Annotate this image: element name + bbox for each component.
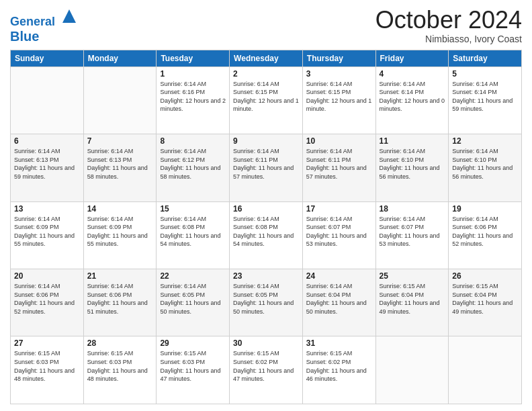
day-number: 26 bbox=[452, 271, 518, 281]
day-cell: 26Sunrise: 6:15 AM Sunset: 6:04 PM Dayli… bbox=[449, 269, 522, 336]
logo-general: General bbox=[10, 15, 55, 28]
day-info: Sunrise: 6:14 AM Sunset: 6:11 PM Dayligh… bbox=[233, 147, 299, 181]
day-cell: 30Sunrise: 6:15 AM Sunset: 6:02 PM Dayli… bbox=[230, 336, 303, 404]
calendar-header-row: SundayMondayTuesdayWednesdayThursdayFrid… bbox=[11, 50, 522, 66]
day-number: 23 bbox=[233, 271, 299, 281]
day-info: Sunrise: 6:15 AM Sunset: 6:02 PM Dayligh… bbox=[233, 349, 299, 383]
day-number: 21 bbox=[87, 271, 153, 281]
day-info: Sunrise: 6:15 AM Sunset: 6:03 PM Dayligh… bbox=[14, 349, 80, 383]
day-info: Sunrise: 6:15 AM Sunset: 6:02 PM Dayligh… bbox=[306, 349, 372, 383]
day-info: Sunrise: 6:15 AM Sunset: 6:04 PM Dayligh… bbox=[452, 282, 518, 316]
logo: General Blue bbox=[10, 7, 79, 44]
day-cell bbox=[83, 66, 157, 134]
title-block: October 2024 Nimbiasso, Ivory Coast bbox=[375, 7, 522, 44]
day-info: Sunrise: 6:14 AM Sunset: 6:08 PM Dayligh… bbox=[233, 215, 299, 248]
day-info: Sunrise: 6:14 AM Sunset: 6:04 PM Dayligh… bbox=[306, 282, 372, 316]
day-cell: 5Sunrise: 6:14 AM Sunset: 6:14 PM Daylig… bbox=[449, 66, 522, 134]
day-number: 2 bbox=[233, 69, 299, 79]
day-cell: 19Sunrise: 6:14 AM Sunset: 6:06 PM Dayli… bbox=[449, 201, 522, 269]
day-cell: 7Sunrise: 6:14 AM Sunset: 6:13 PM Daylig… bbox=[83, 134, 157, 201]
day-cell: 14Sunrise: 6:14 AM Sunset: 6:09 PM Dayli… bbox=[83, 201, 157, 269]
day-info: Sunrise: 6:14 AM Sunset: 6:09 PM Dayligh… bbox=[87, 215, 153, 248]
week-row-1: 1Sunrise: 6:14 AM Sunset: 6:16 PM Daylig… bbox=[11, 66, 522, 134]
day-cell: 4Sunrise: 6:14 AM Sunset: 6:14 PM Daylig… bbox=[375, 66, 449, 134]
day-number: 24 bbox=[306, 271, 372, 281]
day-number: 16 bbox=[233, 204, 299, 214]
day-number: 14 bbox=[87, 204, 153, 214]
week-row-5: 27Sunrise: 6:15 AM Sunset: 6:03 PM Dayli… bbox=[11, 336, 522, 404]
day-number: 17 bbox=[306, 204, 372, 214]
day-header-saturday: Saturday bbox=[449, 50, 522, 66]
day-cell: 15Sunrise: 6:14 AM Sunset: 6:08 PM Dayli… bbox=[157, 201, 230, 269]
day-cell: 29Sunrise: 6:15 AM Sunset: 6:03 PM Dayli… bbox=[157, 336, 230, 404]
day-number: 28 bbox=[87, 338, 153, 348]
day-cell: 31Sunrise: 6:15 AM Sunset: 6:02 PM Dayli… bbox=[302, 336, 375, 404]
day-cell: 24Sunrise: 6:14 AM Sunset: 6:04 PM Dayli… bbox=[302, 269, 375, 336]
week-row-4: 20Sunrise: 6:14 AM Sunset: 6:06 PM Dayli… bbox=[11, 269, 522, 336]
day-number: 27 bbox=[14, 338, 80, 348]
day-number: 3 bbox=[306, 69, 372, 79]
day-cell bbox=[449, 336, 522, 404]
day-header-sunday: Sunday bbox=[11, 50, 84, 66]
day-number: 18 bbox=[380, 204, 445, 214]
day-number: 7 bbox=[87, 136, 153, 146]
day-cell: 1Sunrise: 6:14 AM Sunset: 6:16 PM Daylig… bbox=[157, 66, 230, 134]
day-cell bbox=[375, 336, 449, 404]
header: General Blue October 2024 Nimbiasso, Ivo… bbox=[10, 7, 522, 44]
day-info: Sunrise: 6:14 AM Sunset: 6:13 PM Dayligh… bbox=[87, 147, 153, 181]
day-header-thursday: Thursday bbox=[302, 50, 375, 66]
day-cell: 21Sunrise: 6:14 AM Sunset: 6:06 PM Dayli… bbox=[83, 269, 157, 336]
month-title: October 2024 bbox=[375, 7, 522, 34]
day-cell: 23Sunrise: 6:14 AM Sunset: 6:05 PM Dayli… bbox=[230, 269, 303, 336]
day-info: Sunrise: 6:14 AM Sunset: 6:06 PM Dayligh… bbox=[452, 215, 518, 248]
week-row-2: 6Sunrise: 6:14 AM Sunset: 6:13 PM Daylig… bbox=[11, 134, 522, 201]
day-cell: 8Sunrise: 6:14 AM Sunset: 6:12 PM Daylig… bbox=[157, 134, 230, 201]
logo-icon bbox=[60, 7, 79, 26]
day-info: Sunrise: 6:14 AM Sunset: 6:11 PM Dayligh… bbox=[306, 147, 372, 181]
svg-marker-0 bbox=[62, 9, 76, 23]
day-number: 12 bbox=[452, 136, 518, 146]
day-cell: 11Sunrise: 6:14 AM Sunset: 6:10 PM Dayli… bbox=[375, 134, 449, 201]
day-number: 1 bbox=[160, 69, 226, 79]
day-cell: 25Sunrise: 6:15 AM Sunset: 6:04 PM Dayli… bbox=[375, 269, 449, 336]
day-info: Sunrise: 6:14 AM Sunset: 6:05 PM Dayligh… bbox=[233, 282, 299, 316]
day-cell: 3Sunrise: 6:14 AM Sunset: 6:15 PM Daylig… bbox=[302, 66, 375, 134]
day-cell: 13Sunrise: 6:14 AM Sunset: 6:09 PM Dayli… bbox=[11, 201, 84, 269]
day-cell: 6Sunrise: 6:14 AM Sunset: 6:13 PM Daylig… bbox=[11, 134, 84, 201]
day-number: 20 bbox=[14, 271, 80, 281]
day-cell: 2Sunrise: 6:14 AM Sunset: 6:15 PM Daylig… bbox=[230, 66, 303, 134]
day-number: 25 bbox=[380, 271, 445, 281]
day-number: 6 bbox=[14, 136, 80, 146]
day-header-friday: Friday bbox=[375, 50, 449, 66]
day-number: 15 bbox=[160, 204, 226, 214]
day-info: Sunrise: 6:14 AM Sunset: 6:14 PM Dayligh… bbox=[380, 80, 445, 113]
day-info: Sunrise: 6:15 AM Sunset: 6:04 PM Dayligh… bbox=[380, 282, 445, 316]
day-header-tuesday: Tuesday bbox=[157, 50, 230, 66]
day-info: Sunrise: 6:14 AM Sunset: 6:09 PM Dayligh… bbox=[14, 215, 80, 248]
day-info: Sunrise: 6:14 AM Sunset: 6:07 PM Dayligh… bbox=[380, 215, 445, 248]
day-info: Sunrise: 6:14 AM Sunset: 6:14 PM Dayligh… bbox=[452, 80, 518, 113]
day-cell: 27Sunrise: 6:15 AM Sunset: 6:03 PM Dayli… bbox=[11, 336, 84, 404]
day-info: Sunrise: 6:14 AM Sunset: 6:16 PM Dayligh… bbox=[160, 80, 226, 113]
day-number: 9 bbox=[233, 136, 299, 146]
logo-blue: Blue bbox=[10, 29, 79, 44]
day-info: Sunrise: 6:15 AM Sunset: 6:03 PM Dayligh… bbox=[87, 349, 153, 383]
day-cell: 12Sunrise: 6:14 AM Sunset: 6:10 PM Dayli… bbox=[449, 134, 522, 201]
day-cell: 9Sunrise: 6:14 AM Sunset: 6:11 PM Daylig… bbox=[230, 134, 303, 201]
day-info: Sunrise: 6:14 AM Sunset: 6:15 PM Dayligh… bbox=[233, 80, 299, 113]
calendar-table: SundayMondayTuesdayWednesdayThursdayFrid… bbox=[10, 50, 522, 404]
day-info: Sunrise: 6:14 AM Sunset: 6:10 PM Dayligh… bbox=[452, 147, 518, 181]
day-info: Sunrise: 6:14 AM Sunset: 6:06 PM Dayligh… bbox=[87, 282, 153, 316]
day-cell: 16Sunrise: 6:14 AM Sunset: 6:08 PM Dayli… bbox=[230, 201, 303, 269]
day-number: 19 bbox=[452, 204, 518, 214]
week-row-3: 13Sunrise: 6:14 AM Sunset: 6:09 PM Dayli… bbox=[11, 201, 522, 269]
day-number: 11 bbox=[380, 136, 445, 146]
day-header-wednesday: Wednesday bbox=[230, 50, 303, 66]
day-info: Sunrise: 6:14 AM Sunset: 6:12 PM Dayligh… bbox=[160, 147, 226, 181]
day-number: 31 bbox=[306, 338, 372, 348]
day-number: 10 bbox=[306, 136, 372, 146]
day-number: 13 bbox=[14, 204, 80, 214]
day-cell: 22Sunrise: 6:14 AM Sunset: 6:05 PM Dayli… bbox=[157, 269, 230, 336]
day-info: Sunrise: 6:14 AM Sunset: 6:06 PM Dayligh… bbox=[14, 282, 80, 316]
day-cell: 10Sunrise: 6:14 AM Sunset: 6:11 PM Dayli… bbox=[302, 134, 375, 201]
